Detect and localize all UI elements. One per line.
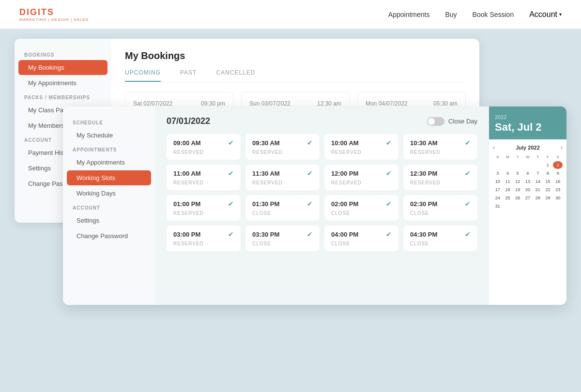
- cal-day-cell[interactable]: 17: [493, 186, 503, 194]
- cal-day-cell[interactable]: 20: [523, 186, 533, 194]
- cal-day-cell[interactable]: 13: [523, 178, 533, 185]
- check-icon: ✔: [228, 169, 234, 177]
- cal-day-cell[interactable]: 29: [543, 194, 553, 202]
- cal-day-cell[interactable]: 28: [533, 194, 543, 202]
- sidebar-packs-label: PACKS / MEMBERSHIPS: [15, 91, 111, 102]
- check-icon: ✔: [228, 230, 234, 238]
- toggle-switch[interactable]: [427, 117, 444, 126]
- cal-day-cell[interactable]: 23: [553, 186, 563, 194]
- slot-time-row: 09:30 AM ✔: [252, 139, 313, 147]
- nav-buy[interactable]: Buy: [445, 11, 457, 18]
- page-title: My Bookings: [125, 50, 466, 61]
- cal-prev-arrow[interactable]: ‹: [493, 144, 495, 151]
- slot-status: CLOSE: [410, 211, 471, 216]
- cal-day-cell[interactable]: 1: [543, 161, 553, 169]
- sidebar-item-my-bookings[interactable]: My Bookings: [18, 60, 107, 75]
- cal-day-label: F: [543, 155, 553, 159]
- cal-day-cell[interactable]: 3: [493, 169, 503, 177]
- slot-time: 02:00 PM: [331, 200, 358, 208]
- cal-day-cell[interactable]: 19: [513, 186, 522, 194]
- slot-status: CLOSE: [331, 211, 392, 216]
- nav-account-menu[interactable]: Account ▾: [529, 10, 562, 19]
- cal-day-cell[interactable]: 12: [513, 178, 522, 185]
- cal-day-cell[interactable]: 21: [533, 186, 543, 194]
- cal-day-cell[interactable]: 2: [553, 161, 563, 169]
- cal-day-cell[interactable]: 14: [533, 178, 543, 185]
- cal-day-cell[interactable]: 11: [503, 178, 513, 185]
- sidebar-item-appointments[interactable]: My Appointments: [67, 155, 151, 170]
- tab-upcoming[interactable]: UPCOMING: [125, 69, 161, 82]
- cal-day-label: T: [513, 155, 522, 159]
- logo: DIGITS MARKETING | DESIGN | SALES: [19, 7, 89, 22]
- slot-time-row: 04:30 PM ✔: [410, 230, 471, 238]
- slot-time-row: 09:00 AM ✔: [173, 139, 234, 147]
- cal-day-cell[interactable]: 9: [553, 169, 563, 177]
- cal-day-cell[interactable]: 24: [493, 194, 503, 202]
- close-day-toggle[interactable]: Close Day: [427, 117, 477, 126]
- cal-day-cell[interactable]: 30: [553, 194, 563, 202]
- cal-day-cell[interactable]: 26: [513, 194, 522, 202]
- nav-account-label: Account: [529, 10, 557, 19]
- tab-past[interactable]: PAST: [180, 69, 197, 82]
- sidebar-item-ws-settings[interactable]: Settings: [67, 213, 151, 228]
- cal-day-cell[interactable]: 18: [503, 186, 513, 194]
- cal-day-cell: [543, 202, 553, 210]
- cal-day-cell[interactable]: 16: [553, 178, 563, 185]
- slot-card: 09:30 AM ✔ RESERVED: [245, 134, 320, 160]
- slot-time-row: 11:00 AM ✔: [173, 169, 234, 177]
- cal-mini-header: ‹ July 2022 ›: [493, 144, 563, 151]
- cal-day-cell[interactable]: 5: [513, 169, 522, 177]
- check-icon: ✔: [386, 200, 392, 208]
- booking-date-3: Mon 04/07/2022 05:30 am: [366, 100, 458, 107]
- slot-card: 04:00 PM ✔ CLOSE: [324, 226, 398, 251]
- logo-name: DIGITS: [19, 7, 89, 17]
- sidebar-item-my-schedule[interactable]: My Schedule: [67, 128, 151, 143]
- cal-day-cell[interactable]: 25: [503, 194, 513, 202]
- nav-book-session[interactable]: Book Session: [473, 11, 514, 18]
- slot-status: RESERVED: [252, 180, 313, 185]
- slot-status: RESERVED: [173, 150, 234, 155]
- check-icon: ✔: [228, 200, 234, 208]
- cal-day-cell: [533, 202, 543, 210]
- sidebar-item-working-days[interactable]: Working Days: [67, 186, 151, 201]
- slot-time: 02:30 PM: [410, 200, 437, 208]
- slot-time: 10:30 AM: [410, 139, 438, 147]
- slot-time: 10:00 AM: [331, 139, 359, 147]
- slot-time-row: 12:00 PM ✔: [331, 169, 392, 177]
- slot-time-row: 02:30 PM ✔: [410, 200, 471, 208]
- nav-appointments[interactable]: Appointments: [388, 11, 430, 18]
- cal-day-cell[interactable]: 7: [533, 169, 543, 177]
- slot-time-row: 03:30 PM ✔: [252, 230, 313, 238]
- sidebar-item-my-appointments[interactable]: My Appointments: [18, 75, 107, 90]
- check-icon: ✔: [307, 230, 313, 238]
- calendar-selected-date: 2022 Sat, Jul 2: [489, 106, 566, 139]
- cal-day-cell[interactable]: 10: [493, 178, 503, 185]
- slot-card: 01:00 PM ✔ RESERVED: [167, 195, 241, 221]
- slot-time: 01:00 PM: [173, 200, 200, 208]
- cal-day-cell[interactable]: 6: [523, 169, 533, 177]
- cal-next-arrow[interactable]: ›: [561, 144, 563, 151]
- slot-status: RESERVED: [173, 241, 234, 246]
- cal-day-cell[interactable]: 15: [543, 178, 553, 185]
- slot-time-row: 02:00 PM ✔: [331, 200, 392, 208]
- cal-day-cell: [513, 161, 522, 169]
- slot-time: 09:30 AM: [252, 139, 280, 147]
- slot-card: 09:00 AM ✔ RESERVED: [167, 134, 241, 160]
- slot-card: 10:00 AM ✔ RESERVED: [324, 134, 398, 160]
- close-day-label: Close Day: [448, 118, 477, 125]
- slot-time-row: 12:30 PM ✔: [410, 169, 471, 177]
- tab-cancelled[interactable]: CANCELLED: [216, 69, 255, 82]
- check-icon: ✔: [465, 139, 471, 147]
- booking-date-2: Sun 03/07/2022 12:30 am: [249, 100, 341, 107]
- cal-day-cell[interactable]: 27: [523, 194, 533, 202]
- slot-status: CLOSE: [331, 241, 392, 246]
- cal-day-cell[interactable]: 22: [543, 186, 553, 194]
- sidebar-item-ws-change-password[interactable]: Change Password: [67, 228, 151, 243]
- cal-day-label: T: [533, 155, 543, 159]
- cal-day-cell[interactable]: 4: [503, 169, 513, 177]
- cal-day-cell[interactable]: 8: [543, 169, 553, 177]
- cal-day-cell[interactable]: 31: [493, 202, 503, 210]
- cal-day-cell: [523, 202, 533, 210]
- sidebar-item-working-slots[interactable]: Working Slots: [67, 170, 151, 185]
- cal-day-cell: [503, 202, 513, 210]
